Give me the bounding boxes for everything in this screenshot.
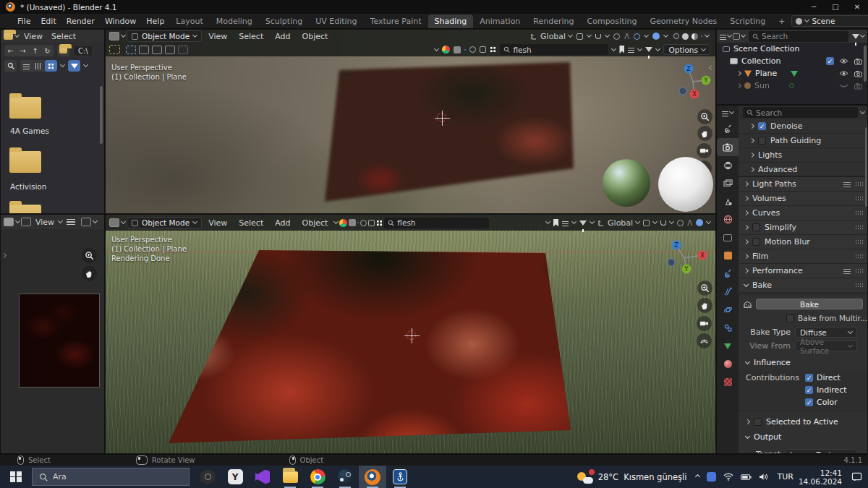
drag-grip-icon[interactable] [855, 181, 863, 187]
bookmark-icon[interactable] [619, 46, 624, 53]
contribution-color[interactable]: Color [739, 395, 868, 411]
rendered-display-icon[interactable] [464, 49, 466, 51]
render-pass-icon[interactable] [376, 220, 383, 226]
hide-eye-icon[interactable] [839, 70, 848, 77]
select-menu[interactable]: Select [234, 218, 268, 228]
image-select-button[interactable] [81, 218, 97, 226]
expand-arrow-icon[interactable] [736, 71, 741, 76]
editor-type-button[interactable] [717, 106, 739, 120]
panel-curves[interactable]: Curves [739, 206, 868, 221]
viewport-search[interactable]: flesh [384, 218, 489, 228]
viewport-search[interactable]: flesh [500, 44, 608, 55]
view-menu[interactable]: View [203, 32, 232, 41]
light-icon[interactable] [360, 220, 367, 226]
outliner-row-collection[interactable]: Collection [717, 55, 867, 67]
tab-scene[interactable] [717, 192, 739, 210]
snap-target-icon[interactable] [576, 33, 583, 40]
snap-target-icon[interactable] [643, 220, 650, 226]
menu-help[interactable]: Help [141, 17, 169, 26]
hdri-rotation-sphere[interactable] [603, 159, 650, 207]
light-icon[interactable] [469, 46, 476, 53]
close-button[interactable]: ✕ [846, 0, 868, 14]
collection-checkbox[interactable] [826, 57, 834, 65]
zoom-button[interactable] [697, 281, 712, 296]
forward-button[interactable]: → [17, 45, 29, 56]
panel-simplify[interactable]: Simplify [739, 221, 868, 235]
tab-collection[interactable] [717, 228, 739, 247]
drag-grip-icon[interactable] [855, 254, 863, 259]
editor-type-button[interactable] [109, 218, 125, 227]
folder-item[interactable] [9, 97, 41, 119]
menu-edit[interactable]: Edit [35, 17, 61, 26]
clock-widget[interactable]: 12:41 14.06.2024 [799, 468, 842, 486]
mode-selector[interactable]: Object Mode [127, 30, 202, 42]
speaker-icon[interactable] [759, 473, 768, 481]
panel-light-paths[interactable]: Light Paths [739, 177, 868, 192]
taskbar-search[interactable]: Ara [32, 468, 190, 486]
display-thumbnails-button[interactable] [45, 60, 57, 72]
show-overlays-icon[interactable] [652, 33, 660, 40]
file-browser-select-menu[interactable]: Select [48, 32, 80, 41]
tab-render[interactable] [717, 138, 739, 156]
taskbar-app-clock[interactable]: Y [221, 466, 249, 488]
navigation-gizmo[interactable]: Z Y X [664, 238, 709, 280]
wifi-icon[interactable] [723, 473, 733, 481]
editor-type-button[interactable] [720, 33, 731, 40]
tab-modeling[interactable]: Modeling [210, 14, 259, 28]
outliner-row-plane[interactable]: Plane [717, 67, 867, 80]
keyboard-language[interactable]: TUR [777, 472, 793, 481]
add-menu[interactable]: Add [270, 218, 295, 228]
folder-label[interactable]: 4A Games [10, 127, 49, 135]
snap-magnet-icon[interactable] [595, 34, 601, 39]
node-tree-icon[interactable] [562, 220, 569, 226]
maximize-button[interactable]: □ [825, 0, 846, 14]
bake-button[interactable]: Bake [756, 299, 863, 309]
proportional-editing-icon[interactable] [613, 33, 620, 40]
tab-view-layer[interactable] [717, 174, 739, 192]
mode-selector[interactable]: Object Mode [127, 217, 202, 228]
panel-motion-blur[interactable]: Motion Blur [739, 235, 868, 249]
filter-toggle-button[interactable] [68, 60, 80, 72]
refresh-button[interactable]: ↻ [41, 45, 54, 56]
menu-render[interactable]: Render [61, 17, 100, 26]
up-button[interactable]: ↑ [29, 45, 41, 56]
drag-grip-icon[interactable] [855, 210, 863, 215]
panel-bake[interactable]: Bake [739, 278, 868, 293]
outliner-search[interactable]: Search [749, 31, 848, 42]
file-browser-view-menu[interactable]: View [20, 32, 46, 41]
presets-icon[interactable] [843, 181, 851, 187]
tab-geometry-nodes[interactable]: Geometry Nodes [643, 14, 723, 28]
tab-animation[interactable]: Animation [473, 14, 527, 28]
view-menu[interactable]: View [203, 218, 232, 228]
tab-uv-editing[interactable]: UV Editing [309, 14, 363, 28]
expand-arrow-icon[interactable] [736, 83, 741, 88]
taskbar-app-chrome[interactable] [304, 466, 331, 488]
filter-icon[interactable] [852, 34, 859, 39]
editor-type-button[interactable] [109, 32, 125, 40]
navigation-gizmo[interactable]: Z Y X [674, 61, 715, 103]
taskbar-app-steam[interactable] [331, 466, 359, 488]
drag-grip-icon[interactable] [855, 225, 863, 230]
taskbar-app-security[interactable] [194, 466, 221, 488]
render-camera-icon[interactable] [854, 58, 863, 65]
file-path[interactable]: C:\ [73, 45, 93, 56]
image-editor-view-menu[interactable]: View [33, 218, 57, 227]
denoise-checkbox[interactable] [758, 122, 766, 130]
contribution-direct[interactable]: Direct [805, 373, 841, 382]
pan-tool-button[interactable] [82, 266, 97, 281]
render-pass-icon[interactable] [490, 46, 496, 53]
tab-output[interactable] [717, 156, 739, 174]
pan-button[interactable] [697, 126, 712, 141]
taskbar-app-anchor[interactable] [386, 466, 414, 488]
object-menu[interactable]: Object [297, 32, 333, 41]
simplify-checkbox[interactable] [752, 223, 760, 231]
falloff-curve-icon[interactable]: Λ [624, 33, 629, 40]
filter-options-dropdown[interactable] [83, 62, 88, 67]
select-box-icon[interactable] [126, 46, 136, 54]
motion-blur-checkbox[interactable] [752, 238, 760, 246]
camera-view-button[interactable] [697, 316, 712, 331]
render-camera-icon[interactable] [854, 70, 863, 77]
taskbar-app-blender[interactable] [359, 466, 386, 488]
back-button[interactable]: ← [4, 45, 17, 56]
file-browser-scrollbar[interactable] [100, 86, 103, 144]
